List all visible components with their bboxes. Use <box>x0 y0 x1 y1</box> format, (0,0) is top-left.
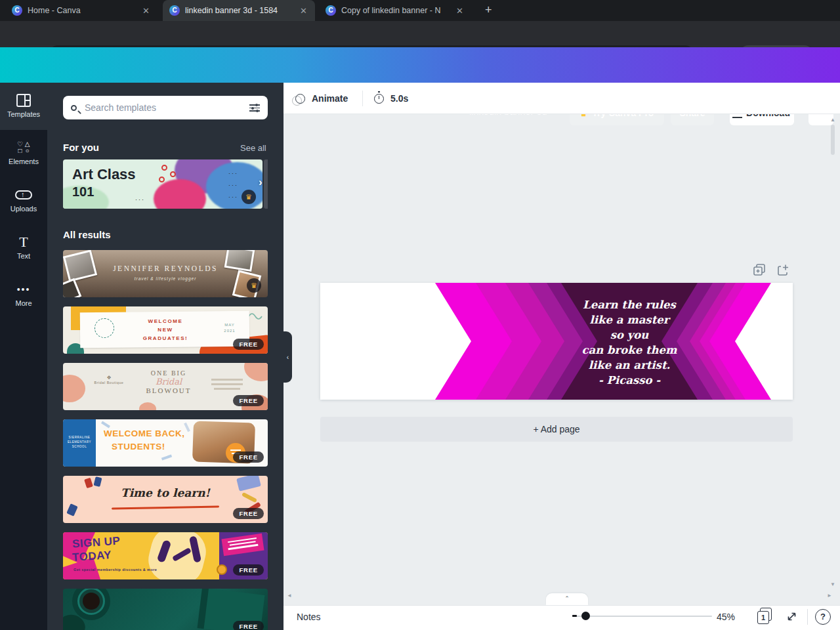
pro-crown-badge: ♛ <box>247 278 261 293</box>
template-coffee[interactable]: FREE <box>63 589 268 630</box>
free-badge: FREE <box>233 452 264 463</box>
add-page-label: + Add page <box>533 424 579 434</box>
canva-favicon: C <box>169 5 180 16</box>
search-icon <box>71 105 77 111</box>
filter-icon[interactable] <box>249 104 260 112</box>
hscroll-left-icon[interactable]: ◄ <box>287 593 292 598</box>
sidebar-label: Text <box>0 252 47 260</box>
diamond-icon: ❖ <box>89 375 129 381</box>
canva-header: ‹ Home File ♛ Resize All changes saved l… <box>0 47 840 83</box>
more-dots-icon: ••• <box>0 281 47 298</box>
animate-icon <box>295 94 305 104</box>
timer-icon <box>374 94 384 104</box>
design-page[interactable]: Learn the rules like a master so you can… <box>320 283 793 400</box>
add-page-icon-button[interactable] <box>778 264 790 276</box>
template-title: ONE BIG Bridal BLOWOUT <box>133 369 205 394</box>
coin-icon <box>217 564 227 575</box>
tab-title: Home - Canva <box>28 6 136 15</box>
add-page-button[interactable]: + Add page <box>320 417 793 442</box>
template-title: WELCOMENEWGRADUATES! <box>126 317 205 343</box>
art-class-title: Art Class <box>72 166 136 183</box>
tab-title: linkedin banner 3d - 1584 <box>185 6 293 15</box>
see-all-link[interactable]: See all <box>240 143 266 153</box>
free-badge: FREE <box>233 621 264 630</box>
tab-title: Copy of linkedin banner - N <box>341 6 450 15</box>
template-signup[interactable]: SIGN UP TODAY Get special membership dis… <box>63 532 268 579</box>
duplicate-page-button[interactable] <box>753 264 766 276</box>
close-icon[interactable]: ✕ <box>141 6 151 16</box>
sidebar-label: Templates <box>0 110 47 118</box>
hscroll-right-icon[interactable]: ► <box>827 593 832 598</box>
art-class-sub: 101 <box>72 184 94 200</box>
template-jennifer[interactable]: JENNIFER REYNOLDS travel & lifestyle vlo… <box>63 250 268 297</box>
template-graduates[interactable]: WELCOMENEWGRADUATES! MAY2021 FREE <box>63 306 268 354</box>
page-count-button[interactable]: 1 <box>757 610 772 625</box>
animate-button[interactable]: Animate <box>295 93 348 104</box>
for-you-heading: For you <box>63 142 99 153</box>
template-title: JENNIFER REYNOLDS <box>63 264 268 272</box>
toolbar-divider <box>362 91 363 106</box>
free-badge: FREE <box>233 395 264 406</box>
tab-copy-design[interactable]: C Copy of linkedin banner - N ✕ <box>319 0 471 21</box>
template-title: Time to learn! <box>63 486 268 499</box>
screen: C Home - Canva ✕ C linkedin banner 3d - … <box>0 0 840 630</box>
sidebar-item-text[interactable]: T Text <box>0 224 47 272</box>
template-subtitle: travel & lifestyle vlogger <box>63 276 268 281</box>
canva-favicon: C <box>326 5 336 16</box>
quote-text[interactable]: Learn the rules like a master so you can… <box>564 297 695 388</box>
status-bar <box>284 605 840 630</box>
carousel-next-preview <box>264 159 268 209</box>
school-name: SIERRALINEELEMENTARYSCHOOL <box>63 435 96 449</box>
carousel-next-icon[interactable]: › <box>259 176 262 189</box>
all-results-heading: All results <box>63 229 111 240</box>
close-icon[interactable]: ✕ <box>455 6 465 16</box>
help-button[interactable]: ? <box>815 609 831 625</box>
sidebar-item-uploads[interactable]: Uploads <box>0 177 47 224</box>
free-badge: FREE <box>233 564 264 576</box>
sidebar-item-more[interactable]: ••• More <box>0 272 47 319</box>
template-bridal[interactable]: ❖ Bridal Boutique ONE BIG Bridal BLOWOUT… <box>63 363 268 410</box>
vscroll-up-icon[interactable]: ▲ <box>830 117 835 123</box>
free-badge: FREE <box>233 508 264 519</box>
animate-label: Animate <box>312 93 348 104</box>
vscroll-thumb[interactable] <box>831 125 835 155</box>
zoom-level[interactable]: 45% <box>717 612 735 622</box>
template-art-class[interactable]: Art Class 101 ♛ <box>63 159 262 209</box>
templates-icon <box>0 92 47 109</box>
upload-cloud-icon <box>0 186 47 203</box>
sidebar-item-templates[interactable]: Templates <box>0 83 47 130</box>
tab-home[interactable]: C Home - Canva ✕ <box>5 0 158 21</box>
search-box[interactable] <box>63 96 268 119</box>
sidebar-rail: Templates ♡△□○ Elements Uploads T Text •… <box>0 83 47 630</box>
new-tab-button[interactable]: + <box>485 4 492 16</box>
close-icon[interactable]: ✕ <box>299 6 308 16</box>
zoom-slider-track[interactable] <box>575 616 712 617</box>
zoom-slider-min-mark <box>572 615 577 617</box>
zoom-slider-thumb[interactable] <box>581 612 590 620</box>
vscroll-down-icon[interactable]: ▼ <box>830 581 835 587</box>
duration-button[interactable]: 5.0s <box>374 93 408 104</box>
panel-collapse-handle[interactable]: ‹ <box>284 331 292 383</box>
template-title2: TODAY <box>72 549 112 564</box>
fullscreen-icon[interactable] <box>786 611 797 625</box>
template-students[interactable]: SIERRALINEELEMENTARYSCHOOL WELCOME BACK,… <box>63 419 268 467</box>
page-count-value: 1 <box>757 611 769 624</box>
template-date: MAY2021 <box>217 322 243 334</box>
free-badge: FREE <box>233 339 264 350</box>
wreath-logo <box>94 318 114 338</box>
bridal-logo: ❖ Bridal Boutique <box>89 375 129 385</box>
pro-crown-badge: ♛ <box>242 190 256 204</box>
browser-tab-strip: C Home - Canva ✕ C linkedin banner 3d - … <box>0 0 840 21</box>
duration-value: 5.0s <box>390 93 408 104</box>
sidebar-item-elements[interactable]: ♡△□○ Elements <box>0 130 47 177</box>
template-title2: STUDENTS! <box>112 442 165 452</box>
canvas-toolbar <box>284 83 840 114</box>
statusbar-divider <box>807 609 808 625</box>
template-title: SIGN UP <box>72 534 121 551</box>
template-learn[interactable]: Time to learn! FREE <box>63 476 268 523</box>
toolbar-collapse-tab[interactable]: ⌃ <box>546 593 588 605</box>
notes-button[interactable]: Notes <box>297 612 321 622</box>
search-input[interactable] <box>83 102 243 114</box>
sidebar-label: Elements <box>0 158 47 165</box>
tab-current-design[interactable]: C linkedin banner 3d - 1584 ✕ <box>163 0 315 21</box>
